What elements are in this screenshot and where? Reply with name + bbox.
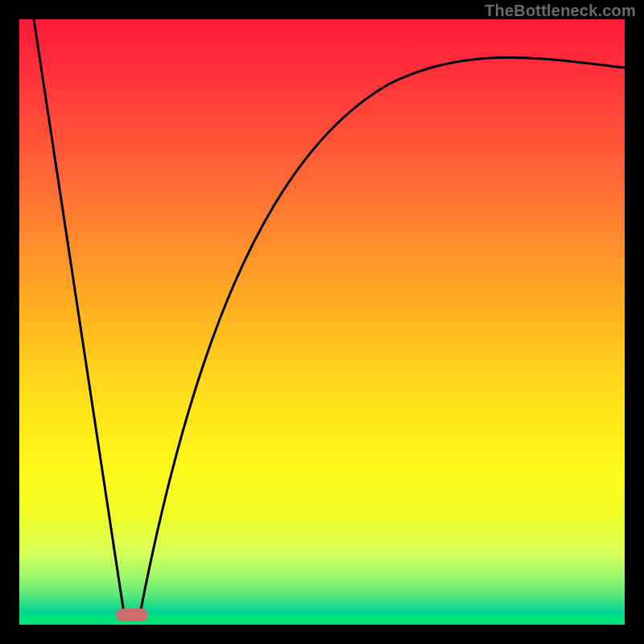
bottleneck-curve: [19, 19, 625, 625]
curve-left-segment: [34, 19, 124, 613]
plot-area: [19, 19, 625, 625]
chart-frame: TheBottleneck.com: [0, 0, 644, 644]
optimal-point-marker: [116, 609, 148, 621]
watermark-text: TheBottleneck.com: [485, 2, 636, 20]
curve-right-segment: [140, 58, 625, 614]
